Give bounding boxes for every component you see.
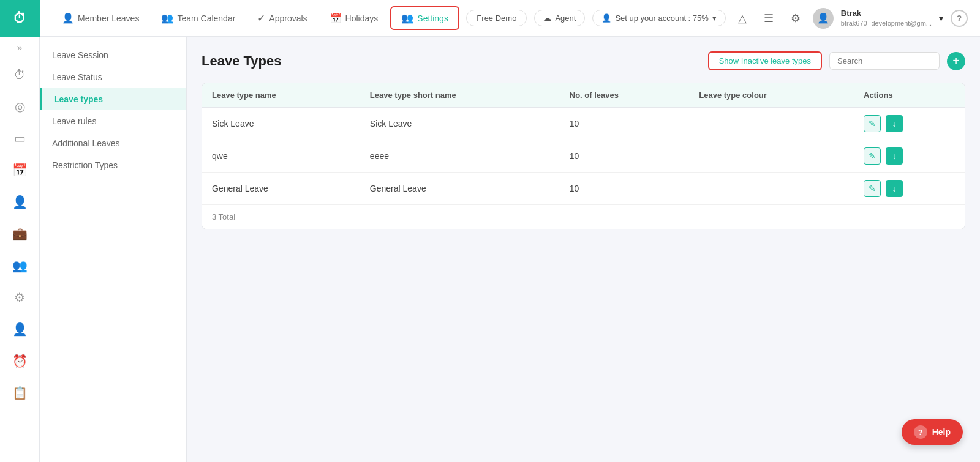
deactivate-button-2[interactable]: ↓ <box>886 180 903 197</box>
sidebar-leave-session-label: Leave Session <box>52 50 108 60</box>
search-input[interactable] <box>829 52 940 70</box>
sidebar-icon-alarm[interactable]: ⏰ <box>0 345 40 377</box>
table-row: qwe eeee 10 ✎ ↓ <box>202 140 965 173</box>
edit-button-2[interactable]: ✎ <box>864 180 881 197</box>
cell-actions-1: ✎ ↓ <box>854 140 965 173</box>
sidebar-icon-person[interactable]: 👤 <box>0 186 40 218</box>
approvals-icon: ✓ <box>257 12 265 24</box>
tab-member-leaves-label: Member Leaves <box>78 13 139 23</box>
icon-sidebar: ⏱ » ⏱ ◎ ▭ 📅 👤 💼 👥 ⚙ 👤 ⏰ 📋 <box>0 0 40 462</box>
cell-colour-0 <box>689 108 854 140</box>
top-nav: 👤 Member Leaves 👥 Team Calendar ✓ Approv… <box>40 0 980 37</box>
user-info: Btrak btrak670- development@gm... <box>841 9 932 28</box>
sidebar-icon-calendar[interactable]: 📅 <box>0 154 40 186</box>
page-header-right: Show Inactive leave types + <box>708 51 965 70</box>
help-fab-icon: ? <box>914 425 927 439</box>
help-fab-label: Help <box>932 427 951 437</box>
agent-button[interactable]: ☁ Agent <box>534 10 585 26</box>
cell-no-of-leaves-0: 10 <box>560 108 690 140</box>
leave-types-table: Leave type name Leave type short name No… <box>202 83 965 204</box>
agent-label: Agent <box>555 13 576 23</box>
add-leave-type-button[interactable]: + <box>947 52 965 70</box>
leave-types-table-container: Leave type name Leave type short name No… <box>202 83 965 229</box>
alert-icon[interactable]: △ <box>733 9 752 28</box>
team-calendar-icon: 👥 <box>161 12 173 24</box>
sidebar-icon-briefcase[interactable]: 💼 <box>0 218 40 250</box>
cell-actions-2: ✎ ↓ <box>854 173 965 205</box>
cell-short-name-2: General Leave <box>360 173 560 205</box>
setup-label: Set up your account : 75% <box>615 13 708 23</box>
tab-settings-label: Settings <box>417 13 448 23</box>
setup-person-icon: 👤 <box>601 13 611 23</box>
main-content: Leave Types Show Inactive leave types + … <box>187 37 980 462</box>
sidebar-item-additional-leaves[interactable]: Additional Leaves <box>40 132 186 154</box>
cell-short-name-1: eeee <box>360 140 560 173</box>
sidebar-item-leave-rules[interactable]: Leave rules <box>40 110 186 132</box>
tab-team-calendar-label: Team Calendar <box>177 13 235 23</box>
sidebar-icon-clock[interactable]: ⏱ <box>0 59 40 91</box>
user-email: btrak670- development@gm... <box>841 19 932 28</box>
edit-button-0[interactable]: ✎ <box>864 115 881 132</box>
user-chevron-icon[interactable]: ▾ <box>939 13 943 23</box>
sidebar-item-leave-types[interactable]: Leave types <box>40 88 186 110</box>
chevron-down-icon: ▾ <box>712 13 717 23</box>
doc-icon[interactable]: ☰ <box>759 9 778 28</box>
page-header: Leave Types Show Inactive leave types + <box>202 51 965 70</box>
sidebar-additional-leaves-label: Additional Leaves <box>52 138 120 148</box>
tab-approvals[interactable]: ✓ Approvals <box>247 7 317 29</box>
agent-icon: ☁ <box>543 13 551 23</box>
total-label: 3 Total <box>212 212 235 222</box>
col-header-no-of-leaves: No. of leaves <box>560 83 690 108</box>
sidebar-restriction-types-label: Restriction Types <box>52 160 118 170</box>
left-sidebar: Leave Session Leave Status Leave types L… <box>40 37 187 462</box>
tab-holidays-label: Holidays <box>345 13 379 23</box>
deactivate-button-1[interactable]: ↓ <box>886 147 903 165</box>
free-demo-button[interactable]: Free Demo <box>466 10 527 26</box>
edit-button-1[interactable]: ✎ <box>864 147 881 165</box>
tab-member-leaves[interactable]: 👤 Member Leaves <box>52 7 149 29</box>
cell-name-0: Sick Leave <box>202 108 360 140</box>
show-inactive-button[interactable]: Show Inactive leave types <box>708 51 822 70</box>
table-header-row: Leave type name Leave type short name No… <box>202 83 965 108</box>
sidebar-leave-types-label: Leave types <box>54 94 103 104</box>
cell-name-2: General Leave <box>202 173 360 205</box>
page-title: Leave Types <box>202 53 281 69</box>
help-fab-button[interactable]: ? Help <box>902 419 963 445</box>
col-header-short-name: Leave type short name <box>360 83 560 108</box>
cell-actions-0: ✎ ↓ <box>854 108 965 140</box>
col-header-actions: Actions <box>854 83 965 108</box>
help-circle-button[interactable]: ? <box>951 10 968 27</box>
cell-no-of-leaves-2: 10 <box>560 173 690 205</box>
tab-settings[interactable]: 👥 Settings <box>390 6 459 30</box>
setup-button[interactable]: 👤 Set up your account : 75% ▾ <box>592 10 725 26</box>
tab-holidays[interactable]: 📅 Holidays <box>320 7 388 29</box>
cell-colour-1 <box>689 140 854 173</box>
tab-team-calendar[interactable]: 👥 Team Calendar <box>151 7 245 29</box>
sidebar-icon-circle[interactable]: ◎ <box>0 91 40 122</box>
sidebar-expand-btn[interactable]: » <box>0 37 40 59</box>
col-header-colour: Leave type colour <box>689 83 854 108</box>
sidebar-icon-tv[interactable]: ▭ <box>0 122 40 154</box>
table-row: General Leave General Leave 10 ✎ ↓ <box>202 173 965 205</box>
sidebar-icon-report[interactable]: 📋 <box>0 377 40 409</box>
table-row: Sick Leave Sick Leave 10 ✎ ↓ <box>202 108 965 140</box>
sidebar-icon-user2[interactable]: 👤 <box>0 313 40 345</box>
sidebar-icon-gear[interactable]: ⚙ <box>0 281 40 313</box>
member-leaves-icon: 👤 <box>62 12 74 24</box>
cell-name-1: qwe <box>202 140 360 173</box>
app-logo[interactable]: ⏱ <box>0 0 40 37</box>
col-header-name: Leave type name <box>202 83 360 108</box>
nav-tabs: 👤 Member Leaves 👥 Team Calendar ✓ Approv… <box>52 6 466 30</box>
sidebar-leave-status-label: Leave Status <box>52 72 102 82</box>
settings-icon[interactable]: ⚙ <box>786 9 805 28</box>
deactivate-button-0[interactable]: ↓ <box>886 115 903 132</box>
content-area: Leave Session Leave Status Leave types L… <box>40 37 980 462</box>
sidebar-item-restriction-types[interactable]: Restriction Types <box>40 154 186 176</box>
sidebar-item-leave-session[interactable]: Leave Session <box>40 44 186 66</box>
avatar[interactable]: 👤 <box>813 8 834 29</box>
sidebar-icon-group[interactable]: 👥 <box>0 250 40 281</box>
sidebar-item-leave-status[interactable]: Leave Status <box>40 66 186 88</box>
tab-approvals-label: Approvals <box>269 13 307 23</box>
cell-colour-2 <box>689 173 854 205</box>
cell-no-of-leaves-1: 10 <box>560 140 690 173</box>
